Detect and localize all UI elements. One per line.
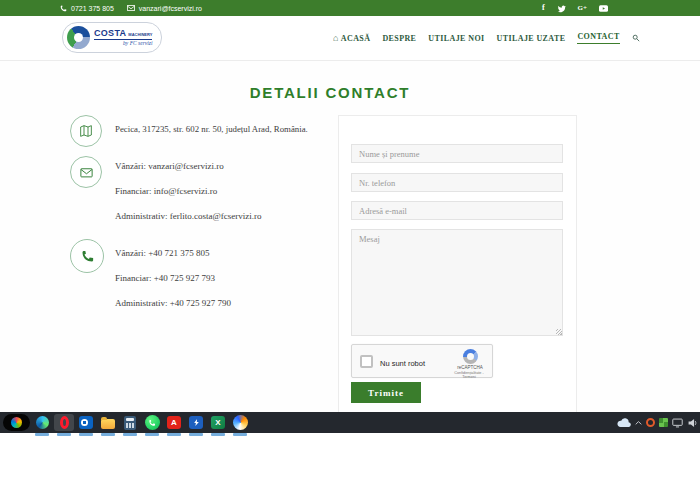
phone-icon — [60, 5, 67, 12]
calculator-icon[interactable] — [120, 414, 140, 431]
phone-icon — [80, 249, 95, 264]
phones-circle — [70, 239, 104, 273]
excel-icon[interactable]: X — [208, 414, 228, 431]
indicator — [32, 433, 52, 436]
phone-financial: Financiar: +40 725 927 793 — [115, 273, 231, 284]
nav-item-contact[interactable]: CONTACT — [577, 32, 619, 44]
whatsapp-icon[interactable] — [142, 414, 162, 431]
display-icon[interactable] — [672, 418, 683, 428]
social-links: f G+ — [542, 0, 608, 16]
envelope-icon — [79, 165, 94, 180]
page-title: DETALII CONTACT — [0, 84, 660, 101]
envelope-icon — [127, 5, 135, 11]
windows-taskbar: A X — [0, 412, 700, 433]
logo-name: COSTA — [94, 29, 126, 38]
nav-item-utilaje-noi[interactable]: UTILAJE NOI — [428, 34, 484, 43]
indicator — [164, 433, 184, 436]
phone-administrative: Administrativ: +40 725 927 790 — [115, 298, 231, 309]
logo-subname: MACHINERY — [128, 33, 152, 37]
recaptcha-label: Nu sunt robot — [380, 359, 425, 368]
message-field[interactable] — [351, 229, 563, 336]
file-explorer-icon[interactable] — [98, 414, 118, 431]
indicator — [186, 433, 206, 436]
volume-icon[interactable] — [687, 418, 698, 428]
indicator — [76, 433, 96, 436]
nav-item-acasa[interactable]: ⌂ACASĂ — [333, 33, 370, 43]
nav-item-utilaje-uzate[interactable]: UTILAJE UZATE — [497, 34, 566, 43]
indicator — [208, 433, 228, 436]
indicator — [142, 433, 162, 436]
phone-sales: Vânzări: +40 721 375 805 — [115, 248, 231, 259]
chevron-up-icon[interactable] — [635, 420, 642, 426]
email-financial: Financiar: info@fcservizi.ro — [115, 186, 262, 197]
nav-menu: ⌂ACASĂ DESPRE UTILAJE NOI UTILAJE UZATE … — [333, 16, 640, 60]
home-icon: ⌂ — [333, 33, 339, 43]
onedrive-cloud-icon[interactable] — [617, 418, 631, 427]
email-administrative: Administrativ: ferlito.costa@fcservizi.r… — [115, 211, 262, 222]
emails-circle — [70, 156, 102, 188]
recaptcha-brand: reCAPTCHA — [452, 365, 488, 370]
search-icon[interactable] — [632, 34, 640, 42]
indicator — [230, 433, 250, 436]
costa-machinery-logo[interactable]: COSTA MACHINERY by FC servizi — [62, 22, 162, 53]
logo-tagline: by FC servizi — [94, 41, 152, 47]
contact-form: Nu sunt robot reCAPTCHA Confidențialitat… — [338, 115, 577, 425]
logo-text: COSTA MACHINERY by FC servizi — [94, 29, 152, 47]
phone-list: Vânzări: +40 721 375 805 Financiar: +40 … — [115, 248, 231, 323]
name-field[interactable] — [351, 144, 563, 163]
tray-app-green-icon[interactable] — [659, 418, 668, 427]
address-circle — [70, 115, 102, 147]
map-icon — [78, 123, 94, 139]
email-field[interactable] — [351, 201, 563, 220]
top-contact-info: 0721 375 805 vanzari@fcservizi.ro — [60, 0, 202, 16]
main-navbar: COSTA MACHINERY by FC servizi ⌂ACASĂ DES… — [0, 16, 700, 61]
copilot-pinwheel — [11, 417, 22, 428]
email-sales: Vânzări: vanzari@fcservizi.ro — [115, 161, 262, 172]
topbar-email: vanzari@fcservizi.ro — [139, 5, 202, 12]
phone-field[interactable] — [351, 173, 563, 192]
facebook-icon[interactable]: f — [542, 4, 545, 12]
textarea-resize-handle[interactable] — [556, 329, 562, 335]
outlook-icon[interactable] — [76, 414, 96, 431]
youtube-icon[interactable] — [599, 5, 608, 12]
taskbar-running-indicators — [3, 433, 250, 436]
edge-icon[interactable] — [32, 414, 52, 431]
recaptcha-logo-icon — [463, 349, 478, 364]
contact-section: DETALII CONTACT Pecica, 317235, str. 602… — [0, 60, 700, 412]
system-tray — [617, 412, 698, 433]
tray-app-red-icon[interactable] — [646, 418, 655, 427]
address-text: Pecica, 317235, str. 602 nr. 50, județul… — [115, 124, 308, 134]
indicator — [120, 433, 140, 436]
topbar-phone: 0721 375 805 — [71, 5, 114, 12]
recaptcha-widget: Nu sunt robot reCAPTCHA Confidențialitat… — [351, 344, 493, 378]
google-plus-icon[interactable]: G+ — [578, 5, 587, 12]
indicator — [54, 433, 74, 436]
indicator — [98, 433, 118, 436]
screen: 0721 375 805 vanzari@fcservizi.ro f G+ C… — [0, 0, 700, 500]
colorful-round-app-icon[interactable] — [230, 414, 250, 431]
logo-circle-icon — [67, 26, 90, 49]
email-list: Vânzări: vanzari@fcservizi.ro Financiar:… — [115, 161, 262, 236]
acrobat-icon[interactable]: A — [164, 414, 184, 431]
twitter-icon[interactable] — [557, 4, 566, 13]
recaptcha-terms-link[interactable]: Confidențialitate - Termeni — [447, 371, 491, 379]
start-copilot-icon[interactable] — [3, 414, 30, 431]
taskbar-pinned-apps: A X — [3, 412, 250, 433]
opera-icon[interactable] — [54, 414, 74, 431]
blue-notes-app-icon[interactable] — [186, 414, 206, 431]
submit-button[interactable]: Trimite — [351, 382, 421, 403]
recaptcha-checkbox[interactable] — [360, 355, 373, 368]
nav-item-despre[interactable]: DESPRE — [382, 34, 416, 43]
top-contact-bar: 0721 375 805 vanzari@fcservizi.ro f G+ — [0, 0, 700, 16]
